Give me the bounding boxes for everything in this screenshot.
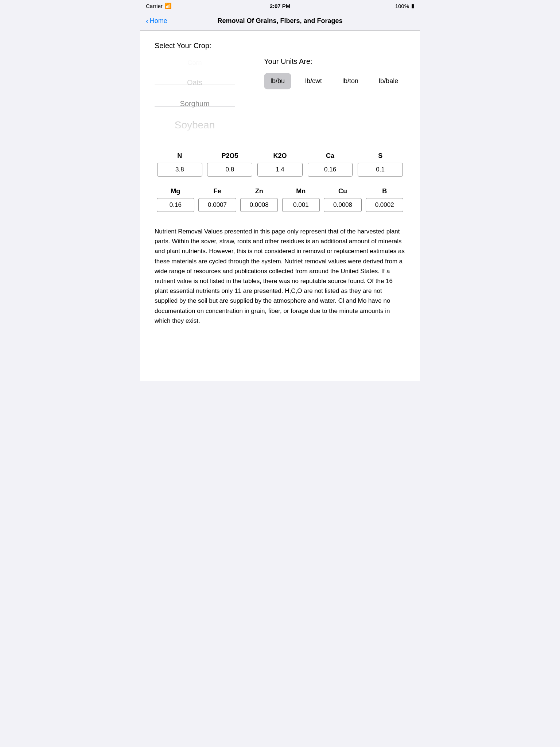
- nutrient-value-zn: 0.0008: [240, 198, 278, 212]
- picker-item-soybean[interactable]: Soybean: [155, 114, 235, 136]
- nutrient-headers-1: N 3.8 P2O5 0.8 K2O 1.4 Ca 0.16 S 0.1: [155, 152, 405, 177]
- nutrient-col-zn: Zn 0.0008: [238, 187, 280, 212]
- status-left: Carrier 📶: [146, 3, 172, 9]
- picker-item-sorghum[interactable]: Sorghum: [155, 93, 235, 114]
- nutrient-value-p2o5: 0.8: [207, 163, 252, 177]
- nutrient-label-fe: Fe: [214, 187, 221, 195]
- nutrient-section-2: Mg 0.16 Fe 0.0007 Zn 0.0008 Mn 0.001 Cu …: [155, 187, 405, 212]
- unit-btn-lbbale[interactable]: lb/bale: [372, 73, 405, 89]
- nutrient-label-mg: Mg: [171, 187, 180, 195]
- units-label: Your Units Are:: [264, 57, 405, 66]
- picker-item-corn[interactable]: Corn: [155, 54, 235, 72]
- nutrient-value-cu: 0.0008: [324, 198, 361, 212]
- nutrient-value-mn: 0.001: [282, 198, 320, 212]
- nutrient-label-cu: Cu: [338, 187, 347, 195]
- select-crop-label: Select Your Crop:: [155, 42, 405, 50]
- units-container: Your Units Are: lb/bu lb/cwt lb/ton lb/b…: [264, 54, 405, 89]
- nutrient-label-s: S: [378, 152, 382, 160]
- nutrient-label-ca: Ca: [326, 152, 334, 160]
- wifi-icon: 📶: [165, 3, 172, 9]
- nutrient-label-b: B: [382, 187, 387, 195]
- chevron-left-icon: ‹: [146, 17, 148, 25]
- page-title: Removal Of Grains, Fibers, and Forages: [217, 17, 342, 25]
- nutrient-col-b: B 0.0002: [363, 187, 405, 212]
- nutrient-headers-2: Mg 0.16 Fe 0.0007 Zn 0.0008 Mn 0.001 Cu …: [155, 187, 405, 212]
- nutrient-label-k2o: K2O: [273, 152, 287, 160]
- nutrient-value-n: 3.8: [157, 163, 202, 177]
- status-time: 2:07 PM: [270, 3, 291, 9]
- nutrient-label-zn: Zn: [255, 187, 263, 195]
- nutrient-col-ca: Ca 0.16: [305, 152, 355, 177]
- nutrient-col-cu: Cu 0.0008: [322, 187, 364, 212]
- unit-btn-lbton[interactable]: lb/ton: [336, 73, 365, 89]
- nutrient-col-mn: Mn 0.001: [280, 187, 322, 212]
- status-right: 100% ▮: [395, 3, 414, 9]
- picker-line-bottom: [155, 107, 235, 107]
- nutrient-value-b: 0.0002: [366, 198, 403, 212]
- back-button[interactable]: ‹ Home: [146, 17, 167, 25]
- units-row: lb/bu lb/cwt lb/ton lb/bale: [264, 73, 405, 89]
- nutrient-value-s: 0.1: [358, 163, 403, 177]
- battery-icon: ▮: [411, 3, 414, 9]
- nutrient-value-mg: 0.16: [157, 198, 194, 212]
- picker-line-top: [155, 85, 235, 85]
- main-content: Select Your Crop: Corn Oats Sorghum Soyb…: [140, 31, 420, 381]
- nutrient-value-fe: 0.0007: [198, 198, 236, 212]
- battery-label: 100%: [395, 3, 409, 9]
- nutrient-value-ca: 0.16: [308, 163, 353, 177]
- picker-item-oats[interactable]: Oats: [155, 72, 235, 93]
- unit-btn-lbcwt[interactable]: lb/cwt: [299, 73, 328, 89]
- picker-items: Corn Oats Sorghum Soybean Sunflower Whea…: [155, 54, 235, 138]
- crop-picker[interactable]: Corn Oats Sorghum Soybean Sunflower Whea…: [155, 54, 235, 138]
- nutrient-section-1: N 3.8 P2O5 0.8 K2O 1.4 Ca 0.16 S 0.1: [155, 152, 405, 177]
- nutrient-label-mn: Mn: [296, 187, 306, 195]
- back-label: Home: [150, 17, 167, 25]
- nutrient-col-k2o: K2O 1.4: [255, 152, 305, 177]
- carrier-label: Carrier: [146, 3, 163, 9]
- nutrient-col-n: N 3.8: [155, 152, 205, 177]
- nav-bar: ‹ Home Removal Of Grains, Fibers, and Fo…: [140, 12, 420, 31]
- status-bar: Carrier 📶 2:07 PM 100% ▮: [140, 0, 420, 12]
- unit-btn-lbbu[interactable]: lb/bu: [264, 73, 291, 89]
- picker-item-sunflower[interactable]: Sunflower: [155, 136, 235, 138]
- nutrient-label-n: N: [177, 152, 182, 160]
- nutrient-label-p2o5: P2O5: [221, 152, 238, 160]
- nutrient-value-k2o: 1.4: [257, 163, 303, 177]
- nutrient-col-fe: Fe 0.0007: [197, 187, 238, 212]
- crop-units-row: Corn Oats Sorghum Soybean Sunflower Whea…: [155, 54, 405, 138]
- description-text: Nutrient Removal Values presented in thi…: [155, 227, 405, 326]
- nutrient-col-s: S 0.1: [355, 152, 405, 177]
- nutrient-col-mg: Mg 0.16: [155, 187, 197, 212]
- nutrient-col-p2o5: P2O5 0.8: [205, 152, 255, 177]
